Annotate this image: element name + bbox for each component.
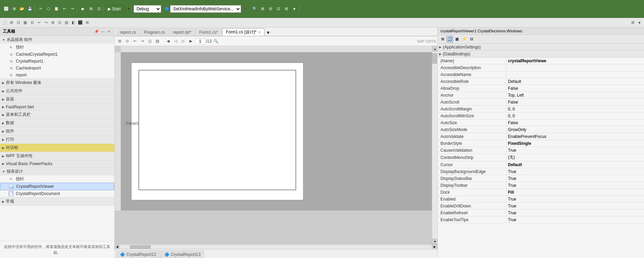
section-header-general[interactable]: ▶ 常规 bbox=[0, 197, 114, 205]
vscroll-down-btn[interactable]: ▼ bbox=[432, 239, 437, 244]
design-btn-3[interactable]: ↩ bbox=[131, 38, 138, 45]
toolbar-btn-undo[interactable]: ↩ bbox=[61, 5, 68, 13]
prop-value-autosize[interactable]: False bbox=[507, 119, 644, 126]
prop-btn-alpha[interactable]: 🔤 bbox=[446, 36, 453, 43]
design-btn-zoom[interactable]: 🔍 bbox=[212, 38, 219, 45]
prop-btn-category[interactable]: ▦ bbox=[454, 36, 460, 43]
design-btn-next[interactable]: ▷ bbox=[180, 38, 187, 45]
prop-value-autoscrollminsize[interactable]: 0, 0 bbox=[507, 112, 644, 119]
design-btn-prev-first[interactable]: ◀ bbox=[165, 38, 172, 45]
hscroll-track[interactable] bbox=[120, 245, 432, 249]
prop-value-enabletooltips[interactable]: True bbox=[507, 216, 644, 223]
tb2-btn5[interactable]: ⊟ bbox=[29, 20, 35, 26]
main-canvas[interactable]: Panel1 bbox=[121, 52, 432, 211]
service-arrow[interactable]: ▼ bbox=[242, 5, 249, 13]
section-header-vb[interactable]: ▶ Visual Basic PowerPacks bbox=[0, 160, 114, 167]
tb2-btn10[interactable]: ▤ bbox=[63, 20, 70, 26]
hscroll-left-btn[interactable]: ◀ bbox=[115, 245, 120, 249]
toolbox-pin-btn[interactable]: 📌 bbox=[94, 29, 99, 34]
toolbar-btn-b2[interactable]: ⊞ bbox=[87, 5, 95, 13]
section-header-dialog[interactable]: ▶ 对话框 bbox=[0, 144, 114, 152]
bottom-tab-crystal12[interactable]: 🔷 CrystalReport12 bbox=[116, 250, 160, 258]
tab-close-form1-design[interactable]: ✕ bbox=[258, 30, 261, 34]
prop-value-enabledrilldown[interactable]: True bbox=[507, 203, 644, 209]
vscroll-track[interactable] bbox=[432, 52, 437, 239]
prop-section-databindings[interactable]: ▶ (DataBindings) bbox=[438, 51, 644, 57]
tb2-right-btn2[interactable]: ▼ bbox=[636, 20, 643, 26]
prop-value-cursor[interactable]: Default bbox=[507, 161, 644, 168]
bottom-tab-crystal13[interactable]: 🔷 CrystalReport13 bbox=[160, 250, 205, 258]
toolbar-btn-redo[interactable]: ↪ bbox=[69, 5, 76, 13]
page-input[interactable] bbox=[195, 38, 205, 44]
vscroll-up-btn[interactable]: ▲ bbox=[432, 46, 437, 52]
toolbar-btn-e5[interactable]: ⊞ bbox=[283, 5, 290, 13]
hscroll-thumb[interactable] bbox=[130, 245, 150, 249]
appsettings-arrow[interactable]: ▶ bbox=[439, 45, 442, 49]
tb2-btn7[interactable]: ↪ bbox=[43, 20, 49, 26]
section-header-data[interactable]: ▶ 数据 bbox=[0, 119, 114, 127]
databindings-arrow[interactable]: ▶ bbox=[439, 52, 442, 56]
design-btn-prev[interactable]: ◁ bbox=[172, 38, 179, 45]
section-header-fastreport[interactable]: ▶ FastReport.Net bbox=[0, 104, 114, 110]
prop-btn-5[interactable]: ⊟ bbox=[468, 36, 475, 43]
prop-value-accessibledesc[interactable] bbox=[507, 64, 644, 71]
toolbox-minimize-btn[interactable]: — bbox=[100, 29, 105, 34]
crystal-viewer-control[interactable] bbox=[138, 70, 296, 190]
toolbox-item-crystalreportviewer[interactable]: 📊 CrystalReportViewer bbox=[0, 183, 114, 190]
section-header-menu[interactable]: ▶ 菜单和工具栏 bbox=[0, 111, 114, 119]
prop-value-borderstyle[interactable]: FixedSingle bbox=[507, 140, 644, 147]
toolbar-btn-cut[interactable]: ✂ bbox=[37, 5, 44, 13]
section-header-windows[interactable]: ▶ 所有 Windows 窗体 bbox=[0, 79, 114, 87]
prop-value-allowdrop[interactable]: False bbox=[507, 85, 644, 92]
toolbar-btn-1[interactable]: ⬜ bbox=[2, 5, 10, 13]
section-header-print[interactable]: ▶ 打印 bbox=[0, 136, 114, 143]
section-header-crystal-components[interactable]: ▼ 水晶报表 组件 bbox=[0, 36, 114, 44]
tb2-btn3[interactable]: ⊡ bbox=[15, 20, 21, 26]
editor-hscrollbar[interactable]: ◀ ▶ bbox=[115, 244, 437, 249]
section-header-container[interactable]: ▶ 容器 bbox=[0, 95, 114, 103]
tab-program-cs[interactable]: Program.cs bbox=[140, 28, 169, 36]
editor-vscrollbar[interactable]: ▲ ▼ bbox=[432, 46, 437, 244]
design-btn-6[interactable]: ▤ bbox=[154, 38, 161, 45]
tab-form1-cs[interactable]: Form1.cs* bbox=[195, 28, 222, 36]
toolbar-btn-e2[interactable]: ⊞ bbox=[259, 5, 267, 13]
section-header-wpf[interactable]: ▶ WPF 互操作性 bbox=[0, 152, 114, 160]
tab-report-cs[interactable]: report.cs bbox=[116, 28, 140, 36]
design-btn-2[interactable]: ⊙ bbox=[124, 38, 131, 45]
toolbox-item-pointer1[interactable]: ↖ 指针 bbox=[0, 44, 114, 51]
prop-btn-events[interactable]: ⚡ bbox=[461, 36, 468, 43]
toolbar-btn-copy[interactable]: ⬡ bbox=[45, 5, 52, 13]
toolbox-item-cachedcrystal[interactable]: ⚙ CachedCrystalReport1 bbox=[0, 51, 114, 58]
prop-value-contextmenustrip[interactable]: (无) bbox=[507, 154, 644, 161]
prop-value-causesvalidation[interactable]: True bbox=[507, 147, 644, 153]
tb2-btn12[interactable]: ⬛ bbox=[77, 20, 83, 26]
prop-btn-1[interactable]: ⊞ bbox=[439, 36, 446, 43]
prop-value-dock[interactable]: Fill bbox=[507, 189, 644, 195]
tabs-overflow-btn[interactable]: ▼ bbox=[265, 30, 272, 36]
toolbar-btn-paste[interactable]: 📋 bbox=[53, 5, 60, 13]
tb2-btn9[interactable]: ⊡ bbox=[56, 20, 63, 26]
prop-value-anchor[interactable]: Top, Left bbox=[507, 92, 644, 98]
toolbar-btn-e1[interactable]: 🔍 bbox=[251, 5, 259, 13]
prop-value-autovalidate[interactable]: EnablePreventFocus bbox=[507, 133, 644, 140]
design-btn-1[interactable]: ⊞ bbox=[116, 38, 123, 45]
design-btn-4[interactable]: ↪ bbox=[139, 38, 146, 45]
hscroll-right-btn[interactable]: ▶ bbox=[432, 245, 437, 249]
tb2-btn11[interactable]: ◧ bbox=[70, 20, 76, 26]
tab-report-rpt[interactable]: report.rpt* bbox=[169, 28, 195, 36]
tab-form1-design[interactable]: Form1.cs [设计]* ✕ bbox=[222, 28, 264, 36]
toolbox-item-report[interactable]: ⚙ report bbox=[0, 72, 114, 78]
tb2-btn8[interactable]: ⊞ bbox=[50, 20, 56, 26]
tb2-btn13[interactable]: ⊞ bbox=[84, 20, 90, 26]
prop-value-autosizemode[interactable]: GrowOnly bbox=[507, 126, 644, 133]
tb2-btn1[interactable]: ⬜ bbox=[1, 20, 8, 26]
toolbar-btn-b3[interactable]: ⊡ bbox=[95, 5, 103, 13]
toolbar-btn-e3[interactable]: ⊟ bbox=[267, 5, 274, 13]
prop-value-displaystatusbar[interactable]: True bbox=[507, 175, 644, 182]
prop-value-accessiblerole[interactable]: Default bbox=[507, 78, 644, 85]
prop-section-appsettings[interactable]: ▶ (ApplicationSettings) bbox=[438, 44, 644, 51]
tb2-btn6[interactable]: ↩ bbox=[36, 20, 42, 26]
design-btn-5[interactable]: ◫ bbox=[146, 38, 153, 45]
toolbox-item-cachedreport[interactable]: ⚙ Cachedreport bbox=[0, 65, 114, 72]
design-area[interactable]: Panel1 ▲ ▼ bbox=[115, 46, 437, 249]
